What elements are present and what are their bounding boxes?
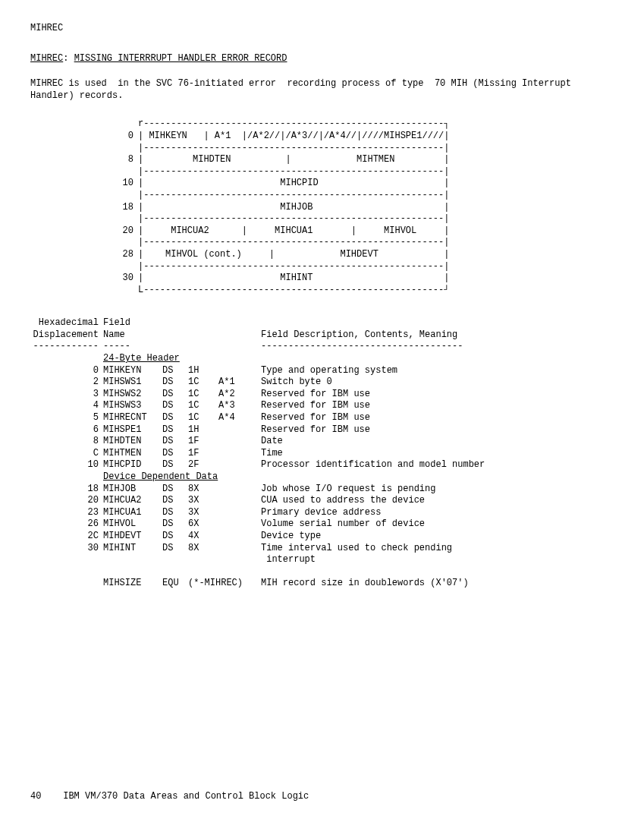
field-name: MIHSPE1: [103, 424, 162, 436]
field-desc: Type and operating system: [261, 365, 614, 377]
field-name: MIHVOL: [103, 518, 162, 531]
cell: -----: [103, 341, 162, 353]
cell: [30, 353, 103, 365]
section-24byte-header: 24-Byte Header: [103, 353, 614, 365]
cell: [30, 471, 103, 484]
section-title-text: MISSING INTERRRUPT HANDLER ERROR RECORD: [74, 53, 287, 64]
field-name: MIHJOB: [103, 484, 162, 496]
field-desc: Job whose I/O request is pending: [261, 484, 614, 496]
field-desc: Reserved for IBM use: [261, 400, 614, 412]
cell: [188, 329, 218, 342]
section-title: MIHREC: MISSING INTERRRUPT HANDLER ERROR…: [30, 53, 614, 65]
field-ref: A*4: [218, 412, 261, 424]
field-ref: A*3: [218, 400, 261, 412]
field-ref: [218, 518, 261, 531]
layout-line: |---------------------------------------…: [138, 143, 449, 155]
field-len: 1H: [188, 424, 218, 436]
field-desc: Switch byte 0: [261, 377, 614, 389]
field-len: (*-MIHREC): [188, 578, 261, 590]
cell: ------------: [30, 341, 103, 353]
layout-line: | MIHVOL (cont.) | MIHDEVT |: [138, 249, 449, 261]
layout-line: | MIHINT |: [138, 273, 449, 285]
field-hex: 18: [30, 484, 103, 496]
layout-line: |---------------------------------------…: [138, 261, 449, 273]
field-ref: [218, 543, 261, 566]
field-ref: [218, 448, 261, 460]
cell: [30, 578, 103, 590]
layout-line: |---------------------------------------…: [138, 190, 449, 202]
hdr-desc: Field Description, Contents, Meaning: [261, 329, 614, 342]
cell: [188, 317, 218, 329]
field-hex: 30: [30, 543, 103, 566]
field-ds: DS: [162, 507, 188, 519]
section-device-data: Device Dependent Data: [103, 471, 614, 484]
field-ds: DS: [162, 424, 188, 436]
field-desc: Primary device address: [261, 507, 614, 519]
field-ref: [218, 459, 261, 471]
layout-line: | MIHCUA2 | MIHCUA1 | MIHVOL |: [138, 225, 449, 238]
field-desc: CUA used to address the device: [261, 495, 614, 507]
field-desc: Reserved for IBM use: [261, 424, 614, 436]
field-len: 8X: [188, 543, 218, 566]
hdr-name2: Name: [103, 329, 162, 342]
field-ds: DS: [162, 518, 188, 531]
field-len: 1C: [188, 389, 218, 401]
field-ds: DS: [162, 412, 188, 424]
layout-line: |---------------------------------------…: [138, 213, 449, 225]
field-name: MIHDTEN: [103, 436, 162, 448]
cell: [162, 341, 188, 353]
field-name: MIHINT: [103, 543, 162, 566]
field-len: 1F: [188, 448, 218, 460]
field-ds: DS: [162, 484, 188, 496]
field-ds: DS: [162, 365, 188, 377]
field-desc: Volume serial number of device: [261, 518, 614, 531]
field-len: 1F: [188, 436, 218, 448]
field-ref: A*2: [218, 389, 261, 401]
field-ref: [218, 436, 261, 448]
field-len: 4X: [188, 531, 218, 543]
layout-offset: 30: [114, 273, 138, 285]
field-desc: Time interval used to check pending inte…: [261, 543, 614, 566]
field-desc: Reserved for IBM use: [261, 389, 614, 401]
field-ref: [218, 495, 261, 507]
field-ds: DS: [162, 448, 188, 460]
field-len: 8X: [188, 484, 218, 496]
field-desc: Processor identification and model numbe…: [261, 459, 614, 471]
field-ref: [218, 531, 261, 543]
field-hex: 10: [30, 459, 103, 471]
field-ref: A*1: [218, 377, 261, 389]
field-ref: [218, 424, 261, 436]
layout-line: |---------------------------------------…: [138, 237, 449, 249]
field-ds: DS: [162, 377, 188, 389]
field-desc: MIH record size in doublewords (X'07'): [261, 578, 614, 590]
field-name: MIHSIZE: [103, 578, 162, 590]
field-desc: Time: [261, 448, 614, 460]
cell: [261, 317, 614, 329]
field-hex: 0: [30, 365, 103, 377]
field-hex: 20: [30, 495, 103, 507]
field-name: MIHSWS3: [103, 400, 162, 412]
field-ds: DS: [162, 543, 188, 566]
layout-line: r---------------------------------------…: [138, 118, 449, 131]
cell: [218, 317, 261, 329]
layout-offset: 18: [114, 202, 138, 214]
field-hex: 5: [30, 412, 103, 424]
field-name: MIHSWS1: [103, 377, 162, 389]
field-ds: DS: [162, 495, 188, 507]
field-name: MIHCUA1: [103, 507, 162, 519]
field-name: MIHKEYN: [103, 365, 162, 377]
layout-line: | MIHKEYN | A*1 |/A*2//|/A*3//|/A*4//|//…: [138, 131, 449, 143]
field-len: 1C: [188, 412, 218, 424]
section-title-prefix: MIHREC: [30, 53, 63, 64]
cell: [30, 566, 614, 578]
hdr-name: Field: [103, 317, 162, 329]
layout-line: | MIHDTEN | MIHTMEN |: [138, 154, 449, 166]
field-hex: 26: [30, 518, 103, 531]
cell: [218, 329, 261, 342]
field-ds: DS: [162, 436, 188, 448]
layout-line: |---------------------------------------…: [138, 166, 449, 178]
cell: [162, 329, 188, 342]
field-ds: DS: [162, 400, 188, 412]
field-len: 1H: [188, 365, 218, 377]
field-desc: Date: [261, 436, 614, 448]
